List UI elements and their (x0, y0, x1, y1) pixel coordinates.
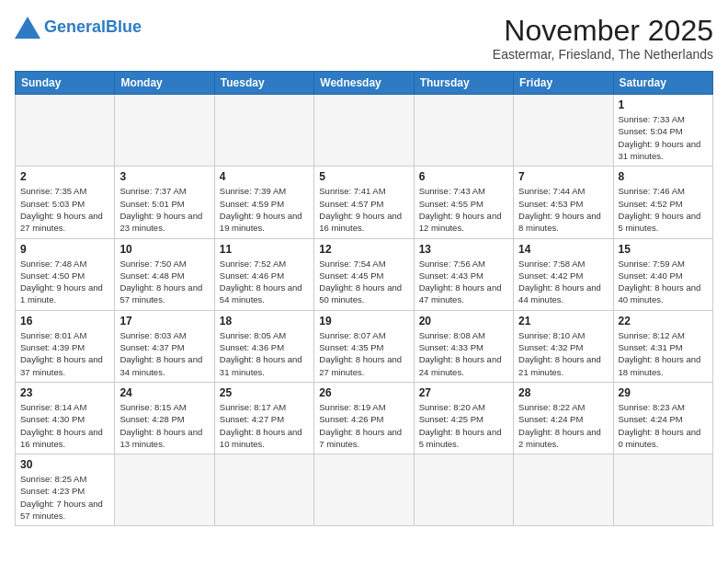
calendar-day-cell: 23Sunrise: 8:14 AMSunset: 4:30 PMDayligh… (16, 382, 115, 454)
calendar-day-cell: 2Sunrise: 7:35 AMSunset: 5:03 PMDaylight… (16, 167, 115, 238)
day-sun-info: Sunrise: 8:01 AMSunset: 4:39 PMDaylight:… (20, 329, 109, 378)
weekday-header-sunday: Sunday (16, 72, 115, 95)
logo-general: General (44, 17, 106, 36)
day-sun-info: Sunrise: 7:46 AMSunset: 4:52 PMDaylight:… (619, 185, 708, 234)
day-sun-info: Sunrise: 7:50 AMSunset: 4:48 PMDaylight:… (119, 258, 209, 306)
calendar-day-cell: 16Sunrise: 8:01 AMSunset: 4:39 PMDayligh… (16, 310, 115, 382)
day-number: 27 (419, 386, 508, 399)
calendar-day-cell: 10Sunrise: 7:50 AMSunset: 4:48 PMDayligh… (115, 238, 214, 310)
calendar-day-cell (314, 454, 414, 526)
day-sun-info: Sunrise: 8:12 AMSunset: 4:31 PMDaylight:… (619, 329, 708, 378)
day-number: 24 (119, 386, 209, 399)
day-number: 4 (220, 170, 309, 183)
day-sun-info: Sunrise: 7:39 AMSunset: 4:59 PMDaylight:… (220, 185, 309, 234)
weekday-header-tuesday: Tuesday (214, 72, 313, 95)
weekday-header-wednesday: Wednesday (314, 72, 414, 95)
day-number: 21 (518, 315, 608, 327)
day-sun-info: Sunrise: 8:05 AMSunset: 4:36 PMDaylight:… (220, 329, 309, 378)
day-number: 23 (20, 386, 109, 399)
day-number: 16 (20, 315, 109, 327)
calendar-day-cell: 15Sunrise: 7:59 AMSunset: 4:40 PMDayligh… (613, 238, 712, 310)
title-area: November 2025 Eastermar, Friesland, The … (493, 15, 713, 62)
calendar-day-cell: 1Sunrise: 7:33 AMSunset: 5:04 PMDaylight… (613, 95, 712, 167)
calendar-day-cell: 19Sunrise: 8:07 AMSunset: 4:35 PMDayligh… (314, 310, 414, 382)
calendar-day-cell: 7Sunrise: 7:44 AMSunset: 4:53 PMDaylight… (514, 167, 613, 238)
day-sun-info: Sunrise: 8:22 AMSunset: 4:24 PMDaylight:… (518, 401, 608, 450)
location-subtitle: Eastermar, Friesland, The Netherlands (493, 47, 713, 62)
calendar-day-cell: 24Sunrise: 8:15 AMSunset: 4:28 PMDayligh… (115, 382, 214, 454)
calendar-day-cell: 8Sunrise: 7:46 AMSunset: 4:52 PMDaylight… (613, 167, 712, 238)
calendar-day-cell: 11Sunrise: 7:52 AMSunset: 4:46 PMDayligh… (214, 238, 313, 310)
day-sun-info: Sunrise: 7:58 AMSunset: 4:42 PMDaylight:… (518, 258, 608, 306)
calendar-day-cell (115, 454, 214, 526)
day-number: 7 (518, 170, 608, 183)
day-sun-info: Sunrise: 8:23 AMSunset: 4:24 PMDaylight:… (619, 401, 708, 450)
day-number: 17 (119, 315, 209, 327)
day-number: 14 (518, 243, 608, 256)
calendar-day-cell: 17Sunrise: 8:03 AMSunset: 4:37 PMDayligh… (115, 310, 214, 382)
day-sun-info: Sunrise: 8:03 AMSunset: 4:37 PMDaylight:… (119, 329, 209, 378)
day-sun-info: Sunrise: 7:41 AMSunset: 4:57 PMDaylight:… (319, 185, 408, 234)
calendar-day-cell: 18Sunrise: 8:05 AMSunset: 4:36 PMDayligh… (214, 310, 313, 382)
calendar-day-cell: 28Sunrise: 8:22 AMSunset: 4:24 PMDayligh… (514, 382, 613, 454)
calendar-day-cell: 13Sunrise: 7:56 AMSunset: 4:43 PMDayligh… (414, 238, 513, 310)
calendar-week-row: 23Sunrise: 8:14 AMSunset: 4:30 PMDayligh… (16, 382, 713, 454)
day-number: 6 (419, 170, 508, 183)
logo-blue: Blue (106, 17, 142, 36)
day-sun-info: Sunrise: 8:07 AMSunset: 4:35 PMDaylight:… (319, 329, 408, 378)
calendar-day-cell (514, 95, 613, 167)
calendar-table: SundayMondayTuesdayWednesdayThursdayFrid… (15, 71, 713, 526)
day-number: 22 (619, 315, 708, 327)
day-sun-info: Sunrise: 7:44 AMSunset: 4:53 PMDaylight:… (518, 185, 608, 234)
day-sun-info: Sunrise: 8:20 AMSunset: 4:25 PMDaylight:… (419, 401, 508, 450)
day-sun-info: Sunrise: 7:59 AMSunset: 4:40 PMDaylight:… (619, 258, 708, 306)
day-number: 26 (319, 386, 408, 399)
day-number: 28 (518, 386, 608, 399)
day-sun-info: Sunrise: 7:52 AMSunset: 4:46 PMDaylight:… (220, 258, 309, 306)
day-sun-info: Sunrise: 7:35 AMSunset: 5:03 PMDaylight:… (20, 185, 109, 234)
calendar-day-cell (214, 95, 313, 167)
day-number: 5 (319, 170, 408, 183)
calendar-week-row: 30Sunrise: 8:25 AMSunset: 4:23 PMDayligh… (16, 454, 713, 526)
day-sun-info: Sunrise: 8:14 AMSunset: 4:30 PMDaylight:… (20, 401, 109, 450)
logo-text: GeneralBlue (44, 18, 142, 35)
calendar-day-cell (613, 454, 712, 526)
day-sun-info: Sunrise: 8:17 AMSunset: 4:27 PMDaylight:… (220, 401, 309, 450)
calendar-day-cell (414, 454, 513, 526)
weekday-header-monday: Monday (115, 72, 214, 95)
calendar-day-cell: 22Sunrise: 8:12 AMSunset: 4:31 PMDayligh… (613, 310, 712, 382)
day-number: 13 (419, 243, 508, 256)
day-sun-info: Sunrise: 8:08 AMSunset: 4:33 PMDaylight:… (419, 329, 508, 378)
calendar-day-cell: 12Sunrise: 7:54 AMSunset: 4:45 PMDayligh… (314, 238, 414, 310)
calendar-day-cell (16, 95, 115, 167)
day-number: 9 (20, 243, 109, 256)
calendar-day-cell: 20Sunrise: 8:08 AMSunset: 4:33 PMDayligh… (414, 310, 513, 382)
day-number: 11 (220, 243, 309, 256)
day-number: 15 (619, 243, 708, 256)
calendar-week-row: 1Sunrise: 7:33 AMSunset: 5:04 PMDaylight… (16, 95, 713, 167)
month-title: November 2025 (493, 15, 713, 47)
weekday-header-saturday: Saturday (613, 72, 712, 95)
day-number: 20 (419, 315, 508, 327)
calendar-day-cell: 30Sunrise: 8:25 AMSunset: 4:23 PMDayligh… (16, 454, 115, 526)
day-number: 29 (619, 386, 708, 399)
calendar-day-cell (314, 95, 414, 167)
calendar-day-cell (514, 454, 613, 526)
calendar-day-cell: 5Sunrise: 7:41 AMSunset: 4:57 PMDaylight… (314, 167, 414, 238)
day-sun-info: Sunrise: 7:43 AMSunset: 4:55 PMDaylight:… (419, 185, 508, 234)
day-number: 19 (319, 315, 408, 327)
day-sun-info: Sunrise: 8:10 AMSunset: 4:32 PMDaylight:… (518, 329, 608, 378)
calendar-week-row: 16Sunrise: 8:01 AMSunset: 4:39 PMDayligh… (16, 310, 713, 382)
calendar-day-cell: 27Sunrise: 8:20 AMSunset: 4:25 PMDayligh… (414, 382, 513, 454)
calendar-day-cell (115, 95, 214, 167)
calendar-day-cell: 26Sunrise: 8:19 AMSunset: 4:26 PMDayligh… (314, 382, 414, 454)
day-sun-info: Sunrise: 8:25 AMSunset: 4:23 PMDaylight:… (20, 473, 109, 522)
calendar-day-cell: 14Sunrise: 7:58 AMSunset: 4:42 PMDayligh… (514, 238, 613, 310)
logo: GeneralBlue (15, 15, 142, 39)
day-sun-info: Sunrise: 7:37 AMSunset: 5:01 PMDaylight:… (119, 185, 209, 234)
page-header: GeneralBlue November 2025 Eastermar, Fri… (15, 15, 713, 62)
day-number: 8 (619, 170, 708, 183)
day-number: 25 (220, 386, 309, 399)
day-number: 12 (319, 243, 408, 256)
day-number: 3 (119, 170, 209, 183)
